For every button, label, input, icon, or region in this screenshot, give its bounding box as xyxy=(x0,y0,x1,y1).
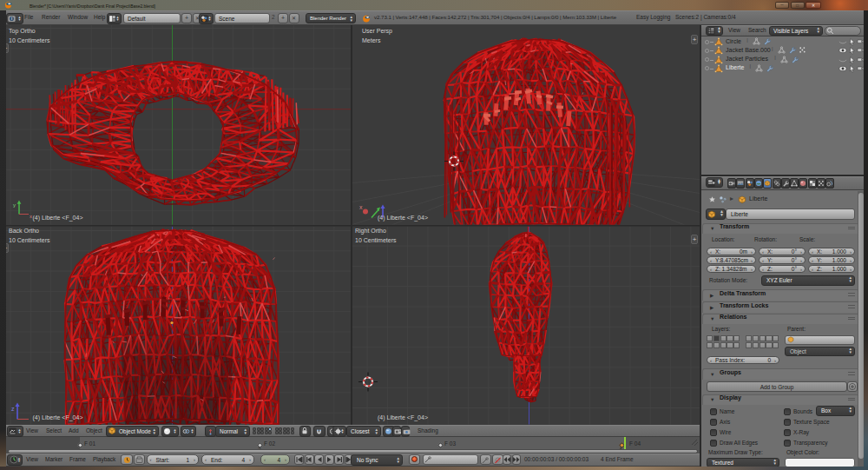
svg-text:x: x xyxy=(359,203,363,209)
svg-text:y: y xyxy=(13,202,16,207)
svg-text:z: z xyxy=(11,405,15,411)
svg-text:i: i xyxy=(11,16,12,21)
